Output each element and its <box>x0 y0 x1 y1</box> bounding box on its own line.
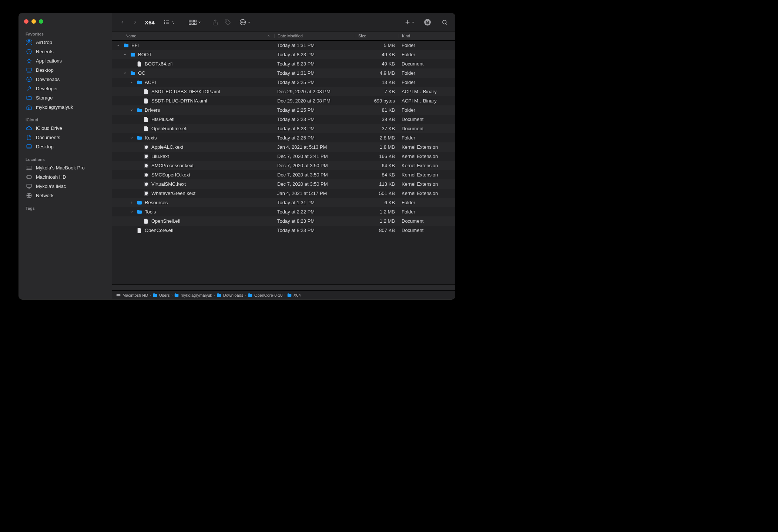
new-menu[interactable] <box>405 19 415 25</box>
path-label: Downloads <box>223 293 243 297</box>
file-name: Kexts <box>145 135 157 141</box>
sidebar-item-downloads[interactable]: Downloads <box>19 75 112 84</box>
path-item[interactable]: mykolagrymalyuk <box>174 293 212 298</box>
svg-point-31 <box>244 22 245 23</box>
path-label: Users <box>159 293 170 297</box>
file-row[interactable]: OpenRuntime.efi Today at 8:23 PM 37 KB D… <box>112 124 455 133</box>
file-kind: ACPI M…Binary <box>399 98 455 104</box>
file-row[interactable]: OpenShell.efi Today at 8:23 PM 1.2 MB Do… <box>112 216 455 226</box>
file-kind: Folder <box>399 80 455 85</box>
minimize-window-button[interactable] <box>31 19 36 24</box>
file-row[interactable]: SSDT-EC-USBX-DESKTOP.aml Dec 29, 2020 at… <box>112 87 455 96</box>
path-separator-icon: › <box>284 293 285 297</box>
tag-button[interactable] <box>223 17 233 27</box>
kext-icon <box>143 144 149 150</box>
path-item[interactable]: Macintosh HD <box>116 293 148 298</box>
file-kind: Folder <box>399 135 455 141</box>
file-row[interactable]: SMCSuperIO.kext Dec 7, 2020 at 3:50 PM 8… <box>112 170 455 179</box>
file-row[interactable]: OC Today at 1:31 PM 4.9 MB Folder <box>112 68 455 78</box>
file-row[interactable]: BOOTx64.efi Today at 8:23 PM 49 KB Docum… <box>112 59 455 68</box>
close-window-button[interactable] <box>24 19 28 24</box>
search-button[interactable] <box>439 17 450 27</box>
column-size-header[interactable]: Size <box>355 34 399 38</box>
sidebar-item-icloud-drive[interactable]: iCloud Drive <box>19 124 112 133</box>
file-name: BOOTx64.efi <box>145 61 172 67</box>
sidebar-item-mykolagrymalyuk[interactable]: mykolagrymalyuk <box>19 102 112 112</box>
sidebar: FavoritesAirDropRecentsApplicationsDeskt… <box>19 13 112 299</box>
sidebar-item-documents[interactable]: Documents <box>19 133 112 142</box>
file-date: Dec 7, 2020 at 3:41 PM <box>274 154 355 159</box>
disclosure-icon[interactable] <box>123 53 128 56</box>
svg-rect-23 <box>189 23 191 25</box>
file-row[interactable]: SMCProcessor.kext Dec 7, 2020 at 3:50 PM… <box>112 161 455 170</box>
svg-point-27 <box>226 21 227 21</box>
svg-rect-12 <box>27 184 31 188</box>
file-row[interactable]: Lilu.kext Dec 7, 2020 at 3:41 PM 166 KB … <box>112 152 455 161</box>
path-item[interactable]: Users <box>152 293 170 298</box>
file-row[interactable]: Tools Today at 2:22 PM 1.2 MB Folder <box>112 207 455 216</box>
account-badge[interactable]: M <box>422 17 433 27</box>
share-button[interactable] <box>210 17 221 27</box>
sidebar-item-label: Desktop <box>36 67 54 73</box>
disclosure-icon[interactable] <box>130 108 134 112</box>
disclosure-icon[interactable] <box>130 201 134 204</box>
sidebar-item-macintosh-hd[interactable]: Macintosh HD <box>19 172 112 182</box>
file-name: AppleALC.kext <box>151 144 183 150</box>
sidebar-item-applications[interactable]: Applications <box>19 56 112 65</box>
file-name: OpenShell.efi <box>151 218 180 224</box>
column-kind-header[interactable]: Kind <box>399 34 455 38</box>
action-menu[interactable] <box>239 18 251 26</box>
sidebar-item-desktop[interactable]: Desktop <box>19 65 112 75</box>
sidebar-item-mykola-s-macbook-pro[interactable]: Mykola's MacBook Pro <box>19 163 112 172</box>
view-menu[interactable] <box>163 19 175 25</box>
svg-rect-25 <box>194 23 196 25</box>
sidebar-item-mykola-s-imac[interactable]: Mykola's iMac <box>19 182 112 191</box>
kext-icon <box>143 154 149 159</box>
sidebar-item-storage[interactable]: Storage <box>19 93 112 102</box>
zoom-window-button[interactable] <box>39 19 43 24</box>
path-item[interactable]: X64 <box>287 293 301 298</box>
disclosure-icon[interactable] <box>123 71 128 75</box>
file-size: 49 KB <box>355 52 399 57</box>
disclosure-icon[interactable] <box>117 44 121 47</box>
column-name-header[interactable]: Name <box>112 34 274 38</box>
column-date-header[interactable]: Date Modified <box>274 34 355 38</box>
file-row[interactable]: Kexts Today at 2:25 PM 2.8 MB Folder <box>112 133 455 142</box>
file-icon <box>143 218 149 224</box>
file-date: Dec 7, 2020 at 3:50 PM <box>274 172 355 178</box>
file-name: SSDT-EC-USBX-DESKTOP.aml <box>151 89 220 94</box>
sidebar-item-recents[interactable]: Recents <box>19 47 112 56</box>
file-row[interactable]: WhateverGreen.kext Jan 4, 2021 at 5:17 P… <box>112 189 455 198</box>
file-row[interactable]: HfsPlus.efi Today at 2:23 PM 38 KB Docum… <box>112 115 455 124</box>
file-row[interactable]: OpenCore.efi Today at 8:23 PM 807 KB Doc… <box>112 226 455 235</box>
path-item[interactable]: Downloads <box>217 293 243 298</box>
group-menu[interactable] <box>189 19 201 25</box>
back-button[interactable] <box>117 17 128 27</box>
file-size: 2.8 MB <box>355 135 399 141</box>
file-date: Today at 8:23 PM <box>274 218 355 224</box>
disclosure-icon[interactable] <box>130 136 134 139</box>
hdd-icon <box>116 293 121 298</box>
file-name: SMCSuperIO.kext <box>151 172 190 178</box>
file-row[interactable]: AppleALC.kext Jan 4, 2021 at 5:13 PM 1.8… <box>112 142 455 152</box>
sidebar-item-label: Storage <box>36 95 53 101</box>
file-row[interactable]: BOOT Today at 8:23 PM 49 KB Folder <box>112 50 455 59</box>
file-row[interactable]: EFI Today at 1:31 PM 5 MB Folder <box>112 41 455 50</box>
forward-button[interactable] <box>130 17 140 27</box>
disclosure-icon[interactable] <box>130 81 134 84</box>
file-date: Today at 2:22 PM <box>274 209 355 215</box>
file-row[interactable]: SSDT-PLUG-DRTNIA.aml Dec 29, 2020 at 2:0… <box>112 96 455 105</box>
sidebar-item-developer[interactable]: Developer <box>19 84 112 93</box>
file-row[interactable]: Resources Today at 1:31 PM 6 KB Folder <box>112 198 455 207</box>
file-list[interactable]: EFI Today at 1:31 PM 5 MB Folder BOOT To… <box>112 41 455 284</box>
sidebar-item-network[interactable]: Network <box>19 191 112 200</box>
sidebar-item-desktop[interactable]: Desktop <box>19 142 112 151</box>
file-row[interactable]: Drivers Today at 2:25 PM 81 KB Folder <box>112 105 455 115</box>
file-row[interactable]: VirtualSMC.kext Dec 7, 2020 at 3:50 PM 1… <box>112 179 455 189</box>
file-kind: Folder <box>399 70 455 76</box>
sidebar-item-airdrop[interactable]: AirDrop <box>19 38 112 47</box>
file-size: 13 KB <box>355 80 399 85</box>
disclosure-icon[interactable] <box>130 210 134 213</box>
file-row[interactable]: ACPI Today at 2:25 PM 13 KB Folder <box>112 78 455 87</box>
path-item[interactable]: OpenCore-0-10 <box>248 293 282 298</box>
